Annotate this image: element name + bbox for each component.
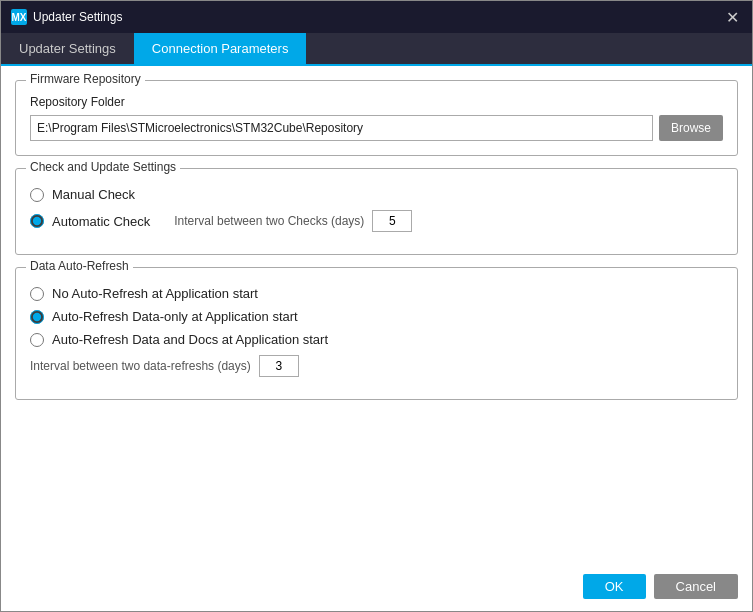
tab-bar: Updater Settings Connection Parameters — [1, 33, 752, 66]
browse-button[interactable]: Browse — [659, 115, 723, 141]
path-row: Browse — [30, 115, 723, 141]
repository-folder-label: Repository Folder — [30, 95, 723, 109]
data-only-row: Auto-Refresh Data-only at Application st… — [30, 309, 723, 324]
automatic-check-row: Automatic Check Interval between two Che… — [30, 210, 723, 232]
data-and-docs-radio[interactable] — [30, 333, 44, 347]
firmware-repository-title: Firmware Repository — [26, 72, 145, 86]
data-autorefresh-group: Data Auto-Refresh No Auto-Refresh at App… — [15, 267, 738, 400]
manual-check-radio[interactable] — [30, 188, 44, 202]
automatic-check-label[interactable]: Automatic Check — [52, 214, 150, 229]
no-refresh-radio[interactable] — [30, 287, 44, 301]
data-and-docs-row: Auto-Refresh Data and Docs at Applicatio… — [30, 332, 723, 347]
main-window: MX Updater Settings ✕ Updater Settings C… — [0, 0, 753, 612]
title-bar: MX Updater Settings ✕ — [1, 1, 752, 33]
data-and-docs-label[interactable]: Auto-Refresh Data and Docs at Applicatio… — [52, 332, 328, 347]
check-update-group: Check and Update Settings Manual Check A… — [15, 168, 738, 255]
title-bar-left: MX Updater Settings — [11, 9, 122, 25]
firmware-repository-group: Firmware Repository Repository Folder Br… — [15, 80, 738, 156]
window-title: Updater Settings — [33, 10, 122, 24]
footer: OK Cancel — [1, 566, 752, 611]
ok-button[interactable]: OK — [583, 574, 646, 599]
manual-check-label[interactable]: Manual Check — [52, 187, 135, 202]
data-only-radio[interactable] — [30, 310, 44, 324]
check-interval-input[interactable] — [372, 210, 412, 232]
close-button[interactable]: ✕ — [722, 7, 742, 27]
data-autorefresh-title: Data Auto-Refresh — [26, 259, 133, 273]
refresh-interval-label: Interval between two data-refreshs (days… — [30, 359, 251, 373]
refresh-interval-row: Interval between two data-refreshs (days… — [30, 355, 723, 377]
manual-check-row: Manual Check — [30, 187, 723, 202]
repository-path-input[interactable] — [30, 115, 653, 141]
data-only-label[interactable]: Auto-Refresh Data-only at Application st… — [52, 309, 298, 324]
tab-updater-settings[interactable]: Updater Settings — [1, 33, 134, 64]
main-content: Firmware Repository Repository Folder Br… — [1, 66, 752, 566]
tab-connection-parameters[interactable]: Connection Parameters — [134, 33, 307, 64]
refresh-interval-input[interactable] — [259, 355, 299, 377]
no-refresh-row: No Auto-Refresh at Application start — [30, 286, 723, 301]
cancel-button[interactable]: Cancel — [654, 574, 738, 599]
check-interval-label: Interval between two Checks (days) — [174, 214, 364, 228]
app-icon: MX — [11, 9, 27, 25]
no-refresh-label[interactable]: No Auto-Refresh at Application start — [52, 286, 258, 301]
check-update-title: Check and Update Settings — [26, 160, 180, 174]
automatic-check-radio[interactable] — [30, 214, 44, 228]
